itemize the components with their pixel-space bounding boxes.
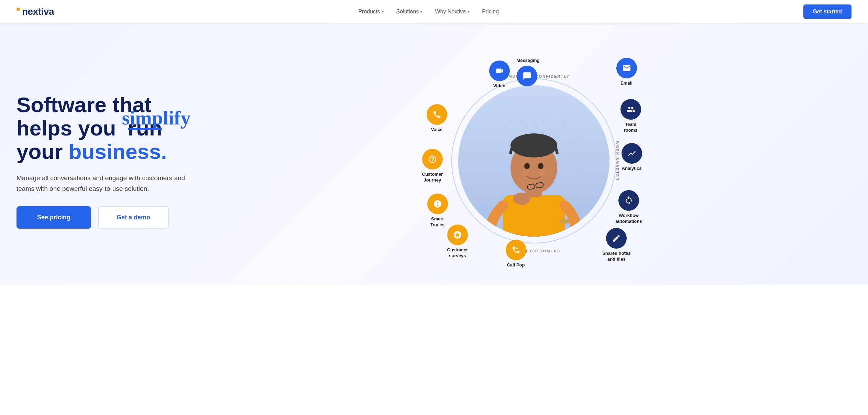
feature-customer-journey[interactable]: CustomerJourney: [422, 149, 443, 183]
see-pricing-button[interactable]: See pricing: [17, 206, 91, 229]
feature-workflow[interactable]: Workflowautomations: [615, 190, 642, 225]
svg-rect-2: [503, 195, 565, 237]
feature-smart-topics[interactable]: SmartTopics: [427, 194, 448, 228]
shared-notes-label: Shared notesand files: [602, 251, 630, 262]
nav-why-nextiva[interactable]: Why Nextiva ▾: [435, 9, 470, 15]
simplify-animation: run simplify: [122, 117, 162, 140]
get-demo-button[interactable]: Get a demo: [98, 206, 169, 229]
video-label: Video: [493, 83, 505, 89]
person-illustration: [458, 85, 609, 237]
simplify-text: simplify: [122, 107, 191, 129]
feature-teamrooms[interactable]: Teamrooms: [620, 99, 641, 133]
nav-links: Products ▾ Solutions ▾ Why Nextiva ▾ Pri…: [358, 9, 499, 15]
chevron-down-icon: ▾: [420, 10, 422, 14]
customer-journey-label: CustomerJourney: [422, 172, 443, 183]
hero-subtext: Manage all conversations and engage with…: [17, 173, 195, 194]
arc-work-smarter: WORK SMARTER: [615, 141, 619, 181]
logo-wordmark: nextiva: [22, 6, 54, 17]
feature-surveys[interactable]: Customersurveys: [447, 225, 468, 259]
nav-solutions[interactable]: Solutions ▾: [396, 9, 423, 15]
email-label: Email: [620, 80, 633, 86]
logo-dot: [17, 8, 20, 11]
svg-point-11: [522, 170, 529, 176]
diagram-container: COMMUNICATE CONFIDENTLY WORK SMARTER DEL…: [424, 51, 644, 271]
hero-section: Software that helps you run simplify you…: [0, 23, 868, 285]
svg-point-12: [539, 170, 546, 176]
feature-voice[interactable]: Voice: [427, 104, 447, 133]
workflow-icon: [618, 190, 639, 211]
feature-analytics[interactable]: Analytics: [622, 143, 642, 172]
feature-diagram: COMMUNICATE CONFIDENTLY WORK SMARTER DEL…: [216, 37, 851, 285]
shared-notes-icon: [606, 228, 627, 249]
hero-heading: Software that helps you run simplify you…: [17, 93, 202, 164]
surveys-label: Customersurveys: [447, 247, 468, 259]
voice-label: Voice: [431, 127, 443, 133]
navbar: nextiva Products ▾ Solutions ▾ Why Nexti…: [0, 0, 868, 23]
svg-point-9: [524, 163, 530, 169]
customer-journey-icon: [422, 149, 443, 170]
smart-topics-icon: [427, 194, 448, 214]
feature-shared-notes[interactable]: Shared notesand files: [602, 228, 630, 262]
feature-email[interactable]: Email: [616, 58, 637, 86]
smart-topics-label: SmartTopics: [430, 216, 444, 228]
feature-messaging[interactable]: Messaging: [517, 58, 540, 86]
business-text: business.: [69, 140, 167, 163]
person-photo: [458, 85, 609, 237]
svg-point-10: [538, 163, 543, 169]
nav-pricing[interactable]: Pricing: [482, 9, 499, 15]
voice-icon: [427, 104, 447, 125]
svg-line-8: [535, 186, 536, 186]
messaging-icon: [517, 66, 537, 86]
surveys-icon: [447, 225, 468, 245]
video-icon: [489, 61, 510, 81]
chevron-down-icon: ▾: [468, 10, 470, 14]
analytics-label: Analytics: [622, 166, 642, 172]
hero-content: Software that helps you run simplify you…: [17, 93, 216, 229]
svg-point-5: [510, 133, 557, 157]
analytics-icon: [622, 143, 642, 164]
svg-rect-13: [560, 219, 570, 223]
chevron-down-icon: ▾: [382, 10, 384, 14]
get-started-button[interactable]: Get started: [803, 4, 851, 19]
feature-call-pop[interactable]: Call Pop: [506, 240, 526, 268]
call-pop-icon: [506, 240, 526, 260]
logo[interactable]: nextiva: [17, 6, 54, 17]
teamrooms-label: Teamrooms: [624, 122, 638, 133]
svg-point-14: [513, 193, 530, 205]
email-icon: [616, 58, 637, 78]
teamrooms-icon: [620, 99, 641, 120]
feature-video[interactable]: Video: [489, 61, 510, 89]
workflow-label: Workflowautomations: [615, 213, 642, 225]
call-pop-label: Call Pop: [507, 262, 525, 268]
hero-cta-group: See pricing Get a demo: [17, 206, 202, 229]
messaging-label: Messaging: [517, 58, 540, 64]
nav-products[interactable]: Products ▾: [358, 9, 384, 15]
